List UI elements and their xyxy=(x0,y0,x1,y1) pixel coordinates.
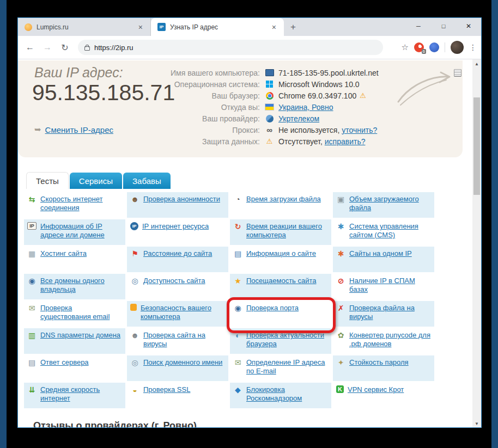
close-window-button[interactable]: ✕ xyxy=(456,18,481,34)
minimize-button[interactable]: ─ xyxy=(406,18,431,34)
profile-avatar[interactable] xyxy=(451,41,464,54)
test-cell[interactable]: ✱Система управления сайтом (CMS) xyxy=(333,219,434,245)
bookmark-star-icon[interactable]: ☆ xyxy=(402,42,409,52)
test-cell[interactable]: ▤Информация о сайте xyxy=(230,247,331,272)
desktop-edge-left xyxy=(0,0,7,448)
scrollbar-thumb[interactable] xyxy=(473,97,480,195)
test-cell[interactable]: ◎Доступность сайта xyxy=(127,274,228,299)
scrollbar[interactable]: ▲ ▼ xyxy=(472,59,481,428)
test-cell[interactable]: ▤Ответ сервера xyxy=(24,355,125,381)
test-link[interactable]: Проверка существования email xyxy=(40,304,122,321)
new-tab-button[interactable]: + xyxy=(290,22,296,33)
speed-test-icon: ⇆ xyxy=(27,195,37,204)
tab-services[interactable]: Сервисы xyxy=(70,173,122,189)
test-cell[interactable]: ▣Объем загружаемого файла xyxy=(333,192,434,218)
test-cell[interactable]: ⇆Скорость интернет соединения xyxy=(24,192,125,218)
test-link[interactable]: Проверка анонимности xyxy=(143,195,220,204)
test-cell[interactable]: ◆Блокировка Роскомнадзором xyxy=(230,383,331,408)
privacy-fix-link[interactable]: исправить? xyxy=(325,137,366,146)
test-link[interactable]: Проверка файла на вирусы xyxy=(349,304,431,321)
location-link[interactable]: Украина, Ровно xyxy=(278,103,333,112)
test-link[interactable]: Средняя скорость интернет xyxy=(40,385,122,403)
test-link[interactable]: Ответ сервера xyxy=(40,358,89,367)
test-cell[interactable]: ☻Проверка сайта на вирусы xyxy=(127,328,228,354)
back-button[interactable]: ← xyxy=(22,40,38,55)
test-cell[interactable]: ☻Проверка анонимности xyxy=(127,192,228,218)
test-cell[interactable]: KVPN сервис Крот xyxy=(333,383,434,408)
tab-lumpics[interactable]: Lumpics.ru × xyxy=(18,18,151,36)
test-link[interactable]: Поиск доменного имени xyxy=(143,358,222,367)
test-link[interactable]: Информация о сайте xyxy=(246,249,316,258)
browser-menu-icon[interactable]: ⋮ xyxy=(469,43,477,52)
test-link[interactable]: Проверка актуальности браузера xyxy=(246,331,328,348)
test-cell[interactable]: ⚑Расстояние до сайта xyxy=(127,247,228,272)
test-link[interactable]: Посещаемость сайта xyxy=(246,277,317,285)
proxy-detail-link[interactable]: уточнить? xyxy=(342,126,377,134)
test-cell[interactable]: ◔Время загрузки файла xyxy=(230,192,331,218)
extension-icon[interactable]: 6 xyxy=(414,42,424,52)
test-cell[interactable]: ✉Определение IP адреса по E-mail xyxy=(230,355,331,381)
test-cell[interactable]: ◎Поиск доменного имени xyxy=(127,355,228,381)
test-cell[interactable]: ⊘Наличие IP в СПАМ базах xyxy=(333,274,434,299)
test-link[interactable]: Хостинг сайта xyxy=(40,249,87,258)
test-link[interactable]: Расстояние до сайта xyxy=(143,249,212,258)
info-row: Защита данных: ⚠ Отсутствует, исправить? xyxy=(105,136,432,147)
test-link[interactable]: Скорость интернет соединения xyxy=(40,195,122,212)
test-link[interactable]: Определение IP адреса по E-mail xyxy=(246,358,328,376)
tab-fun[interactable]: Забавы xyxy=(123,173,171,189)
test-cell[interactable]: ▦Хостинг сайта xyxy=(24,247,125,272)
test-cell[interactable]: ✿Конвертер punycode для .рф доменов xyxy=(333,328,434,354)
test-cell[interactable]: ✦Стойкость пароля xyxy=(333,355,434,381)
test-cell[interactable]: IPIP интернет ресурса xyxy=(127,219,228,245)
test-link[interactable]: VPN сервис Крот xyxy=(348,385,404,394)
test-link[interactable]: Наличие IP в СПАМ базах xyxy=(349,277,431,294)
reload-button[interactable]: ↻ xyxy=(57,40,72,55)
close-tab-icon[interactable]: × xyxy=(136,23,145,32)
provider-link[interactable]: Укртелеком xyxy=(278,114,319,123)
test-cell[interactable]: ◐Проверка актуальности браузера xyxy=(230,328,331,354)
test-cell[interactable]: ✱Сайты на одном IP xyxy=(333,247,434,272)
test-link[interactable]: Стойкость пароля xyxy=(349,358,409,367)
maximize-button[interactable]: □ xyxy=(431,18,456,34)
tab-tests[interactable]: Тесты xyxy=(26,172,69,189)
test-link[interactable]: Сайты на одном IP xyxy=(349,249,412,258)
tab-2ip-active[interactable]: IP Узнать IP адрес × xyxy=(151,18,284,36)
test-cell[interactable]: IPИнформация об IP адресе или домене xyxy=(24,219,125,245)
test-link[interactable]: DNS параметры домена xyxy=(40,331,120,340)
test-link[interactable]: Время реакции вашего компьютера xyxy=(246,222,328,240)
test-link[interactable]: Доступность сайта xyxy=(143,277,205,285)
address-bar[interactable]: https://2ip.ru xyxy=(78,40,383,55)
test-link[interactable]: Проверка SSL xyxy=(143,385,190,394)
test-link[interactable]: Конвертер punycode для .рф доменов xyxy=(349,331,431,348)
provider-logo-icon xyxy=(265,115,274,122)
test-cell[interactable]: ◒Проверка SSL xyxy=(127,383,228,408)
test-link[interactable]: Безопасность вашего компьютера xyxy=(141,304,225,321)
close-tab-icon[interactable]: × xyxy=(270,23,278,32)
test-link[interactable]: Все домены одного владельца xyxy=(40,277,122,294)
scroll-down-icon[interactable]: ▼ xyxy=(472,420,481,427)
test-link[interactable]: Объем загружаемого файла xyxy=(349,195,431,212)
change-ip-link[interactable]: Сменить IP-адрес xyxy=(45,125,113,134)
test-cell[interactable]: Безопасность вашего компьютера xyxy=(127,301,228,327)
scroll-up-icon[interactable]: ▲ xyxy=(472,60,481,67)
test-link[interactable]: IP интернет ресурса xyxy=(142,222,209,231)
forward-button[interactable]: → xyxy=(40,40,55,55)
globe-extension-icon[interactable] xyxy=(429,42,439,52)
page-settings-icon[interactable] xyxy=(454,69,461,77)
warning-icon: ⚠ xyxy=(360,91,366,100)
browser-check-icon: ◐ xyxy=(233,331,242,340)
test-cell[interactable]: ✗Проверка файла на вирусы xyxy=(333,301,434,327)
test-link[interactable]: Проверка сайта на вирусы xyxy=(143,331,225,348)
test-cell[interactable]: ◉Все домены одного владельца xyxy=(24,274,125,299)
test-cell[interactable]: ↻Время реакции вашего компьютера xyxy=(230,219,331,245)
test-cell-port-check[interactable]: ◉Проверка порта xyxy=(230,301,331,327)
test-link[interactable]: Блокировка Роскомнадзором xyxy=(246,385,328,403)
test-cell[interactable]: ★Посещаемость сайта xyxy=(230,274,331,299)
test-cell[interactable]: ✉Проверка существования email xyxy=(24,301,125,327)
test-cell[interactable]: ⇊Средняя скорость интернет xyxy=(24,383,125,408)
test-link[interactable]: Время загрузки файла xyxy=(246,195,321,204)
test-cell[interactable]: ▥DNS параметры домена xyxy=(24,328,125,354)
port-check-link[interactable]: Проверка порта xyxy=(246,304,299,312)
test-link[interactable]: Система управления сайтом (CMS) xyxy=(349,222,431,240)
test-link[interactable]: Информация об IP адресе или домене xyxy=(40,222,122,240)
